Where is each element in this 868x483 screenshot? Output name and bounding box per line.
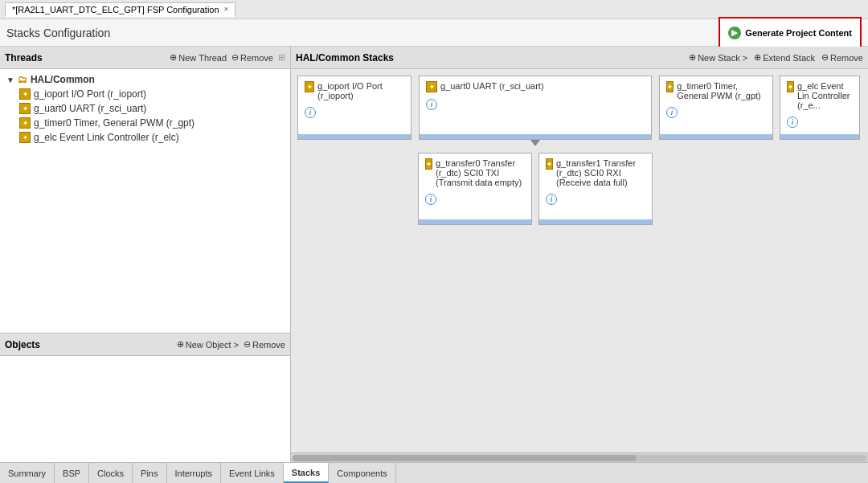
stack-card-transfer0[interactable]: ✦ g_transfer0 Transfer (r_dtc) SCI0 TXI … — [418, 153, 532, 225]
info-icon-timer0[interactable]: i — [666, 107, 678, 118]
generate-label: Generate Project Content — [745, 28, 852, 38]
left-panel: Threads ⊕ New Thread ⊖ Remove ⊞ ▼ 🗂 — [0, 47, 291, 462]
tree-item-ioport[interactable]: ✦ g_ioport I/O Port (r_ioport) — [16, 87, 287, 101]
stack-card-uart0-header: ✦ g_uart0 UART (r_sci_uart) — [420, 76, 651, 96]
title-bar-tab[interactable]: *[RA2L1_UART_DTC_ELC_GPT] FSP Configurat… — [5, 2, 235, 17]
stack-card-elc[interactable]: ✦ g_elc Event Lin Controller (r_e... i — [780, 76, 860, 140]
tree-arrow: ▼ — [6, 76, 14, 84]
tree-item-label-uart0: g_uart0 UART (r_sci_uart) — [34, 103, 146, 114]
tab-bsp[interactable]: BSP — [55, 463, 89, 483]
extend-stack-icon: ⊕ — [754, 52, 761, 63]
stack-column-uart0: ✦ g_uart0 UART (r_sci_uart) i — [418, 76, 653, 225]
tree-root-halcommon[interactable]: ▼ 🗂 HAL/Common — [3, 72, 287, 87]
remove-stack-label: Remove — [830, 53, 863, 63]
threads-header: Threads ⊕ New Thread ⊖ Remove ⊞ — [0, 47, 290, 69]
sub-cards-row: ✦ g_transfer0 Transfer (r_dtc) SCI0 TXI … — [418, 153, 653, 225]
new-thread-button[interactable]: ⊕ New Thread — [170, 52, 227, 63]
stack-card-ioport-label: g_ioport I/O Port (r_ioport) — [317, 81, 404, 100]
extend-stack-button[interactable]: ⊕ Extend Stack — [754, 52, 815, 63]
new-thread-icon: ⊕ — [170, 52, 177, 63]
stack-card-transfer0-header: ✦ g_transfer0 Transfer (r_dtc) SCI0 TXI … — [419, 153, 531, 190]
new-stack-button[interactable]: ⊕ New Stack > — [689, 52, 747, 63]
tree-children: ✦ g_ioport I/O Port (r_ioport) ✦ g_uart0… — [16, 87, 287, 145]
stack-card-ioport[interactable]: ✦ g_ioport I/O Port (r_ioport) i — [297, 76, 411, 140]
scrollbar-track — [293, 455, 866, 461]
tree-item-label-ioport: g_ioport I/O Port (r_ioport) — [34, 88, 146, 100]
stacks-actions: ⊕ New Stack > ⊕ Extend Stack ⊖ Remove — [689, 52, 863, 63]
info-icon-transfer1[interactable]: i — [546, 194, 557, 205]
remove-thread-icon: ⊖ — [231, 52, 239, 63]
comp-icon-ioport-card: ✦ — [305, 81, 314, 92]
stacks-panel: HAL/Common Stacks ⊕ New Stack > ⊕ Extend… — [291, 47, 868, 462]
stack-card-timer0[interactable]: ✦ g_timer0 Timer, General PWM (r_gpt) i — [659, 76, 773, 140]
stack-card-ioport-bar — [298, 134, 411, 139]
tab-pins[interactable]: Pins — [133, 463, 166, 483]
tree-root-label: HAL/Common — [31, 74, 95, 85]
stack-card-elc-header: ✦ g_elc Event Lin Controller (r_e... — [780, 76, 859, 113]
remove-object-icon: ⊖ — [244, 339, 251, 350]
stack-card-elc-label: g_elc Event Lin Controller (r_e... — [797, 81, 853, 110]
generate-button[interactable]: ▶ Generate Project Content — [719, 17, 862, 49]
threads-panel: Threads ⊕ New Thread ⊖ Remove ⊞ ▼ 🗂 — [0, 47, 290, 334]
tree-item-elc[interactable]: ✦ g_elc Event Link Controller (r_elc) — [16, 130, 287, 145]
info-icon-elc[interactable]: i — [787, 117, 798, 128]
main-header: Stacks Configuration ▶ Generate Project … — [0, 19, 868, 47]
tab-components[interactable]: Components — [329, 463, 395, 483]
tree-item-label-elc: g_elc Event Link Controller (r_elc) — [34, 132, 179, 143]
folder-icon: 🗂 — [18, 74, 27, 85]
comp-icon-elc: ✦ — [19, 132, 31, 143]
comp-icon-uart0-card: ✦ — [426, 81, 437, 92]
comp-icon-transfer0: ✦ — [425, 158, 432, 170]
stack-card-transfer1-label: g_transfer1 Transfer (r_dtc) SCI0 RXI (R… — [556, 158, 645, 187]
stack-card-uart0[interactable]: ✦ g_uart0 UART (r_sci_uart) i — [419, 76, 652, 140]
stack-card-uart0-bar — [420, 134, 651, 139]
stack-card-timer0-bar — [660, 134, 772, 139]
comp-icon-timer0-card: ✦ — [666, 81, 674, 92]
stack-card-timer0-header: ✦ g_timer0 Timer, General PWM (r_gpt) — [660, 76, 772, 104]
stack-card-uart0-label: g_uart0 UART (r_sci_uart) — [440, 81, 544, 91]
tab-title: *[RA2L1_UART_DTC_ELC_GPT] FSP Configurat… — [12, 5, 219, 14]
remove-stack-icon: ⊖ — [821, 52, 829, 63]
layout-icon: ⊞ — [278, 52, 285, 63]
remove-object-label: Remove — [252, 340, 285, 350]
stack-card-elc-bar — [780, 134, 859, 139]
remove-thread-button[interactable]: ⊖ Remove — [231, 52, 273, 63]
tab-bar: Summary BSP Clocks Pins Interrupts Event… — [0, 462, 868, 483]
info-icon-transfer0[interactable]: i — [425, 194, 436, 205]
stack-card-transfer1-header: ✦ g_transfer1 Transfer (r_dtc) SCI0 RXI … — [539, 153, 652, 190]
tree-item-uart0[interactable]: ✦ g_uart0 UART (r_sci_uart) — [16, 101, 287, 116]
stack-card-transfer1[interactable]: ✦ g_transfer1 Transfer (r_dtc) SCI0 RXI … — [538, 153, 653, 225]
remove-thread-label: Remove — [240, 53, 273, 63]
remove-object-button[interactable]: ⊖ Remove — [244, 339, 285, 350]
new-object-button[interactable]: ⊕ New Object > — [177, 339, 239, 350]
tree-item-timer0[interactable]: ✦ g_timer0 Timer, General PWM (r_gpt) — [16, 116, 287, 130]
generate-icon: ▶ — [728, 27, 741, 39]
stack-card-ioport-info: i — [298, 104, 411, 123]
close-icon[interactable]: × — [224, 5, 229, 14]
info-icon-uart0[interactable]: i — [426, 99, 437, 110]
objects-actions: ⊕ New Object > ⊖ Remove — [177, 339, 285, 350]
tab-event-links[interactable]: Event Links — [221, 463, 284, 483]
stacks-header: HAL/Common Stacks ⊕ New Stack > ⊕ Extend… — [291, 47, 868, 69]
comp-icon-timer0: ✦ — [19, 117, 31, 129]
info-icon-ioport[interactable]: i — [305, 107, 316, 118]
tab-stacks[interactable]: Stacks — [284, 463, 329, 483]
tab-interrupts[interactable]: Interrupts — [167, 463, 221, 483]
scrollbar-thumb[interactable] — [293, 455, 637, 461]
remove-stack-button[interactable]: ⊖ Remove — [821, 52, 863, 63]
stack-card-ioport-header: ✦ g_ioport I/O Port (r_ioport) — [298, 76, 411, 104]
page-title: Stacks Configuration — [6, 27, 110, 39]
stacks-scrollbar[interactable] — [291, 452, 868, 462]
workspace: Threads ⊕ New Thread ⊖ Remove ⊞ ▼ 🗂 — [0, 47, 868, 462]
new-object-label: New Object > — [186, 340, 239, 350]
tab-summary[interactable]: Summary — [0, 463, 55, 483]
threads-actions: ⊕ New Thread ⊖ Remove ⊞ — [170, 52, 285, 63]
new-stack-icon: ⊕ — [689, 52, 696, 63]
extend-stack-label: Extend Stack — [763, 53, 815, 63]
stack-card-timer0-info: i — [660, 104, 772, 123]
objects-panel: Objects ⊕ New Object > ⊖ Remove — [0, 334, 290, 462]
tab-clocks[interactable]: Clocks — [89, 463, 133, 483]
new-thread-label: New Thread — [178, 53, 227, 63]
new-object-icon: ⊕ — [177, 339, 184, 350]
stack-column-ioport: ✦ g_ioport I/O Port (r_ioport) i — [297, 76, 411, 140]
